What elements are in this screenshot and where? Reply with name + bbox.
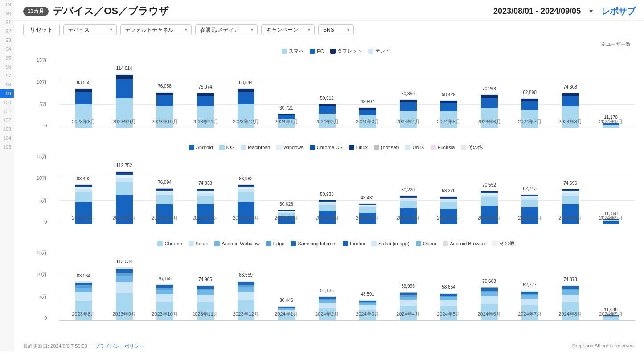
- legend-item: その他: [492, 240, 514, 247]
- x-label: 2024年7月: [510, 309, 550, 320]
- x-label: 2023年11月: [185, 309, 225, 320]
- bar-segment: [562, 96, 579, 106]
- legend-item: Chrome: [157, 241, 182, 246]
- legend-color: [241, 145, 246, 150]
- bar-segment: [400, 102, 417, 111]
- y-label: 0: [44, 219, 47, 224]
- y-label: 10万: [37, 79, 47, 85]
- legend-item: テレビ: [368, 48, 390, 54]
- legend-color: [416, 241, 421, 246]
- legend-color: [492, 241, 498, 246]
- bar-value-label: 50,912: [320, 96, 334, 101]
- legend-item: Linux: [349, 145, 368, 150]
- x-label: 2023年11月: [185, 117, 225, 128]
- bar-segment: [75, 89, 92, 92]
- x-label: 2023年8月: [64, 309, 103, 320]
- x-label: 2024年3月: [348, 213, 387, 224]
- chart1-legend: スマホPCタブレットテレビ: [37, 48, 635, 54]
- x-label: 2024年8月: [550, 117, 590, 128]
- bar-value-label: 70,552: [482, 183, 496, 187]
- footer-copyright: ©reposub All rights reserved.: [572, 343, 635, 350]
- bar-segment: [440, 300, 457, 306]
- legend-item: スマホ: [282, 48, 304, 54]
- legend-label: Android: [196, 145, 213, 150]
- channel-select[interactable]: デフォルトチャネル: [120, 24, 192, 35]
- line-num-102: 102: [0, 116, 14, 125]
- bar-value-label: 43,591: [361, 292, 374, 297]
- bar-value-label: 74,838: [198, 181, 212, 186]
- line-num-97: 97: [0, 71, 14, 80]
- legend-item: その他: [461, 144, 483, 150]
- bar-value-label: 76,094: [158, 180, 172, 185]
- logo-text: レポサブ: [601, 6, 635, 16]
- bar-segment: [400, 297, 417, 300]
- y-label: 5万: [39, 101, 47, 108]
- legend-label: PC: [317, 49, 324, 54]
- x-label: 2024年1月: [267, 213, 306, 224]
- legend-label: スマホ: [289, 48, 304, 54]
- legend-color: [349, 145, 354, 150]
- x-label: 2023年9月: [104, 117, 144, 128]
- campaign-select[interactable]: キャンペーン: [261, 24, 315, 35]
- x-label: 2023年10月: [145, 213, 185, 224]
- bar-segment: [481, 296, 498, 303]
- bar-value-label: 59,996: [401, 284, 415, 289]
- bar-segment: [440, 202, 457, 209]
- bar-value-label: 60,350: [401, 91, 415, 96]
- line-num-99: 99: [0, 89, 14, 98]
- bar-segment: [238, 89, 254, 92]
- logo: レポサブ: [601, 5, 635, 17]
- bar-value-label: 62,890: [523, 90, 537, 95]
- x-label: 2023年9月: [104, 213, 144, 224]
- bar-segment: [521, 295, 538, 299]
- privacy-policy-link[interactable]: プライバシーポリシー: [95, 343, 144, 349]
- y-axis: 15万10万5万0: [37, 249, 49, 321]
- x-label: 2023年10月: [145, 117, 185, 128]
- bar-segment: [116, 75, 133, 80]
- source-select[interactable]: 参照元/メディア: [195, 24, 258, 35]
- line-num-93: 93: [0, 36, 14, 45]
- line-num-98: 98: [0, 80, 14, 89]
- bar-value-label: 112,752: [116, 163, 132, 168]
- date-dropdown-button[interactable]: ▼: [588, 8, 594, 15]
- sns-select[interactable]: SNS: [318, 24, 354, 35]
- line-num-91: 91: [0, 18, 14, 27]
- bar-segment: [319, 303, 336, 308]
- legend-color: [431, 145, 436, 150]
- x-label: 2024年6月: [469, 309, 509, 320]
- month-badge: 13カ月: [23, 7, 49, 16]
- y-axis: 15万10万5万0: [37, 153, 49, 224]
- legend-label: Opera: [423, 241, 437, 246]
- reset-button[interactable]: リセット: [23, 24, 60, 36]
- x-label: 2024年5月: [429, 213, 468, 224]
- legend-label: テレビ: [375, 48, 390, 54]
- bar-segment: [562, 295, 579, 302]
- bar-value-label: 114,014: [116, 66, 132, 71]
- x-labels: 2023年8月2023年9月2023年10月2023年11月2023年12月20…: [59, 117, 635, 128]
- legend-item: (not set): [374, 145, 399, 150]
- chart3-legend: ChromeSafariAndroid WebviewEdgeSamsung I…: [37, 240, 635, 247]
- x-label: 2024年3月: [348, 309, 387, 320]
- legend-label: Chrome: [164, 241, 182, 246]
- legend-label: Windows: [283, 145, 304, 150]
- bar-segment: [521, 200, 538, 208]
- legend-item: Fuchsia: [431, 145, 455, 150]
- bar-segment: [562, 290, 579, 295]
- bar-segment: [197, 295, 214, 302]
- legend-color: [282, 49, 287, 54]
- legend-label: iOS: [226, 145, 234, 150]
- legend-color: [310, 49, 315, 54]
- legend-label: Android Browser: [450, 241, 486, 246]
- y-label: 5万: [39, 293, 47, 300]
- legend-color: [219, 145, 225, 150]
- x-label: 2024年1月: [267, 117, 306, 128]
- x-label: 2024年8月: [550, 213, 590, 224]
- bar-value-label: 83,565: [77, 80, 90, 85]
- line-num-95: 95: [0, 53, 14, 62]
- line-num-94: 94: [0, 45, 14, 53]
- bar-segment: [156, 195, 173, 204]
- line-num-103: 103: [0, 125, 14, 134]
- legend-label: Samsung Internet: [298, 241, 336, 246]
- device-select[interactable]: デバイス: [63, 24, 117, 35]
- bar-value-label: 74,373: [563, 277, 577, 282]
